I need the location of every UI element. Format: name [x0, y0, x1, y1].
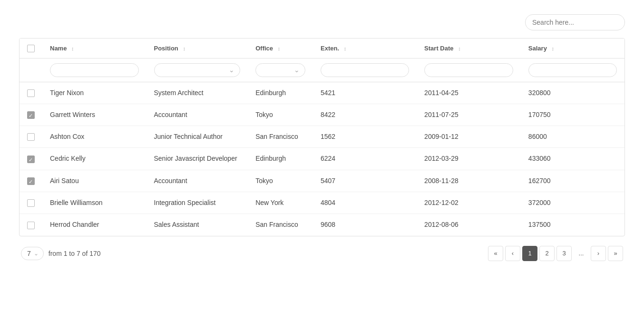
- header-exten[interactable]: Exten. ↕: [313, 39, 417, 58]
- row-exten: 9608: [313, 214, 417, 236]
- search-input[interactable]: [525, 14, 625, 30]
- filter-checkbox-col: [20, 58, 42, 82]
- page-1-button[interactable]: 1: [522, 246, 537, 261]
- row-office: Tokyo: [248, 170, 313, 192]
- sort-office-icon: ↕: [278, 46, 281, 51]
- row-checkbox-cell: [20, 82, 42, 104]
- row-checkbox[interactable]: [27, 89, 35, 97]
- table-row: Cedric KellySenior Javascript DeveloperE…: [20, 148, 624, 170]
- row-name: Herrod Chandler: [42, 214, 146, 236]
- chevron-down-icon: ⌄: [34, 250, 39, 257]
- sort-exten-icon: ↕: [344, 46, 347, 51]
- filter-position-wrapper: System Architect Accountant Junior Techn…: [154, 63, 241, 77]
- filter-exten-input[interactable]: [321, 63, 409, 77]
- page-2-button[interactable]: 2: [539, 246, 555, 261]
- search-bar-container: [19, 14, 625, 30]
- filter-position-select[interactable]: System Architect Accountant Junior Techn…: [154, 63, 241, 77]
- filter-row: System Architect Accountant Junior Techn…: [20, 58, 624, 82]
- row-startDate: 2012-08-06: [417, 214, 521, 236]
- row-name: Garrett Winters: [42, 104, 146, 126]
- row-checkbox-cell: [20, 148, 42, 170]
- filter-start-date-input[interactable]: [424, 63, 513, 77]
- header-start-date[interactable]: Start Date ↕: [417, 39, 521, 58]
- prev-page-button[interactable]: ‹: [505, 246, 520, 261]
- table-row: Garrett WintersAccountantTokyo84222011-0…: [20, 104, 624, 126]
- row-position: Accountant: [146, 104, 248, 126]
- next-page-button[interactable]: ›: [591, 246, 606, 261]
- last-page-button[interactable]: »: [608, 246, 623, 261]
- filter-exten-cell: [313, 58, 417, 82]
- row-exten: 5407: [313, 170, 417, 192]
- pagination: « ‹ 1 2 3 ... › »: [488, 246, 623, 261]
- row-checkbox-cell: [20, 126, 42, 148]
- header-salary[interactable]: Salary ↕: [521, 39, 624, 58]
- row-checkbox[interactable]: [27, 133, 35, 141]
- sort-salary-icon: ↕: [552, 46, 555, 51]
- rows-per-page-value: 7: [27, 250, 31, 257]
- filter-office-wrapper: Edinburgh Tokyo San Francisco New York: [255, 63, 305, 77]
- row-exten: 4804: [313, 192, 417, 214]
- page-container: Name ↕ Position ↕ Office ↕ Exten. ↕: [10, 10, 634, 266]
- table-footer: 7 ⌄ from 1 to 7 of 170 « ‹ 1 2 3 ... › »: [19, 246, 625, 261]
- filter-salary-cell: [521, 58, 624, 82]
- filter-salary-input[interactable]: [528, 63, 617, 77]
- row-checkbox[interactable]: [27, 177, 35, 185]
- table-row: Airi SatouAccountantTokyo54072008-11-281…: [20, 170, 624, 192]
- footer-left: 7 ⌄ from 1 to 7 of 170: [21, 247, 101, 260]
- table-row: Tiger NixonSystem ArchitectEdinburgh5421…: [20, 82, 624, 104]
- row-exten: 6224: [313, 148, 417, 170]
- row-name: Airi Satou: [42, 170, 146, 192]
- first-page-button[interactable]: «: [488, 246, 503, 261]
- header-name[interactable]: Name ↕: [42, 39, 146, 58]
- table-row: Herrod ChandlerSales AssistantSan Franci…: [20, 214, 624, 236]
- data-table: Name ↕ Position ↕ Office ↕ Exten. ↕: [20, 39, 624, 236]
- row-name: Ashton Cox: [42, 126, 146, 148]
- row-salary: 372000: [521, 192, 624, 214]
- row-office: San Francisco: [248, 214, 313, 236]
- row-startDate: 2011-04-25: [417, 82, 521, 104]
- row-startDate: 2012-03-29: [417, 148, 521, 170]
- filter-name-input[interactable]: [50, 63, 139, 77]
- row-startDate: 2011-07-25: [417, 104, 521, 126]
- filter-name-cell: [42, 58, 146, 82]
- row-salary: 162700: [521, 170, 624, 192]
- row-checkbox-cell: [20, 214, 42, 236]
- row-salary: 137500: [521, 214, 624, 236]
- row-checkbox[interactable]: [27, 156, 35, 163]
- row-startDate: 2012-12-02: [417, 192, 521, 214]
- filter-office-select[interactable]: Edinburgh Tokyo San Francisco New York: [255, 63, 305, 77]
- row-salary: 433060: [521, 148, 624, 170]
- row-checkbox[interactable]: [27, 199, 35, 207]
- row-checkbox[interactable]: [27, 222, 35, 229]
- row-checkbox-cell: [20, 104, 42, 126]
- row-salary: 320800: [521, 82, 624, 104]
- sort-position-icon: ↕: [183, 46, 185, 51]
- row-office: New York: [248, 192, 313, 214]
- row-office: San Francisco: [248, 126, 313, 148]
- header-position[interactable]: Position ↕: [146, 39, 248, 58]
- row-checkbox[interactable]: [27, 111, 35, 119]
- row-office: Tokyo: [248, 104, 313, 126]
- table-wrapper: Name ↕ Position ↕ Office ↕ Exten. ↕: [19, 38, 625, 236]
- row-name: Brielle Williamson: [42, 192, 146, 214]
- row-startDate: 2009-01-12: [417, 126, 521, 148]
- row-name: Cedric Kelly: [42, 148, 146, 170]
- table-header-row: Name ↕ Position ↕ Office ↕ Exten. ↕: [20, 39, 624, 58]
- pagination-ellipsis: ...: [574, 246, 589, 261]
- row-name: Tiger Nixon: [42, 82, 146, 104]
- row-office: Edinburgh: [248, 148, 313, 170]
- header-office[interactable]: Office ↕: [248, 39, 313, 58]
- row-position: Junior Technical Author: [146, 126, 248, 148]
- table-body: Tiger NixonSystem ArchitectEdinburgh5421…: [20, 82, 624, 236]
- sort-name-icon: ↕: [71, 46, 74, 51]
- row-position: System Architect: [146, 82, 248, 104]
- row-exten: 5421: [313, 82, 417, 104]
- rows-per-page-selector[interactable]: 7 ⌄: [21, 247, 44, 260]
- row-position: Accountant: [146, 170, 248, 192]
- row-startDate: 2008-11-28: [417, 170, 521, 192]
- filter-office-cell: Edinburgh Tokyo San Francisco New York: [248, 58, 313, 82]
- select-all-checkbox[interactable]: [27, 45, 35, 52]
- page-info: from 1 to 7 of 170: [49, 250, 101, 257]
- filter-position-cell: System Architect Accountant Junior Techn…: [146, 58, 248, 82]
- page-3-button[interactable]: 3: [556, 246, 572, 261]
